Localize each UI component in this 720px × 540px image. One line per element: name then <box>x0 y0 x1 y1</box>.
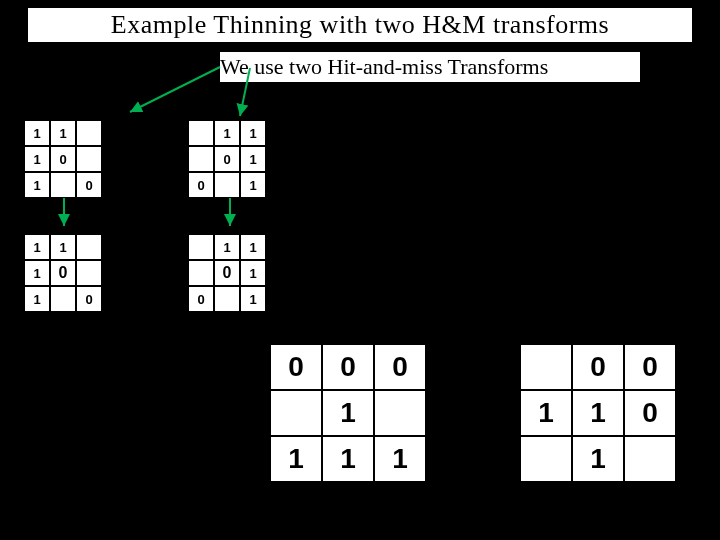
cell: 0 <box>76 286 102 312</box>
cell: 0 <box>214 146 240 172</box>
cell <box>270 390 322 436</box>
arrow-g1-to-g3 <box>56 198 76 238</box>
slide-title: Example Thinning with two H&M transforms <box>111 10 609 40</box>
hm-grid-2: 1 1 0 1 0 1 <box>188 120 266 198</box>
cell: 1 <box>322 390 374 436</box>
cell: 1 <box>24 286 50 312</box>
cell: 0 <box>624 344 676 390</box>
cell: 0 <box>76 172 102 198</box>
cell: 0 <box>374 344 426 390</box>
cell: 1 <box>240 234 266 260</box>
cell: 1 <box>520 390 572 436</box>
cell <box>624 436 676 482</box>
cell: 1 <box>240 120 266 146</box>
cell <box>188 260 214 286</box>
cell <box>76 234 102 260</box>
cell: 0 <box>188 286 214 312</box>
cell-value: 0 <box>59 264 68 282</box>
cell <box>188 146 214 172</box>
cell: 0 <box>188 172 214 198</box>
cell: 0 <box>322 344 374 390</box>
cell: 1 <box>240 172 266 198</box>
structuring-element-2: 0 0 1 1 0 1 <box>520 344 676 482</box>
cell: 1 <box>24 120 50 146</box>
cell: 1 <box>24 146 50 172</box>
cell <box>520 344 572 390</box>
cell <box>76 260 102 286</box>
cell <box>214 286 240 312</box>
cell <box>214 172 240 198</box>
cell: 0 <box>50 260 76 286</box>
cell: 1 <box>50 120 76 146</box>
cell: 1 <box>214 234 240 260</box>
cell <box>76 120 102 146</box>
cell: 0 <box>270 344 322 390</box>
cell: 0 <box>214 260 240 286</box>
cell: 0 <box>624 390 676 436</box>
arrow-to-grid-2 <box>220 68 280 127</box>
cell <box>520 436 572 482</box>
cell <box>50 172 76 198</box>
cell: 0 <box>50 146 76 172</box>
cell: 1 <box>240 260 266 286</box>
cell-value: 0 <box>223 264 232 282</box>
cell: 1 <box>214 120 240 146</box>
arrow-g2-to-g4 <box>222 198 242 238</box>
svg-line-0 <box>130 67 220 112</box>
cell: 1 <box>24 234 50 260</box>
cell: 1 <box>270 436 322 482</box>
cell: 1 <box>24 260 50 286</box>
slide-title-box: Example Thinning with two H&M transforms <box>28 8 692 44</box>
cell: 1 <box>374 436 426 482</box>
cell: 1 <box>322 436 374 482</box>
cell <box>50 286 76 312</box>
cell: 1 <box>240 146 266 172</box>
slide-subtitle-box: We use two Hit-and-miss Transforms <box>220 52 640 82</box>
svg-line-1 <box>240 68 250 116</box>
cell <box>76 146 102 172</box>
cell: 0 <box>572 344 624 390</box>
cell: 1 <box>572 390 624 436</box>
hm-grid-4: 1 1 0 1 0 1 <box>188 234 266 312</box>
cell: 1 <box>572 436 624 482</box>
cell: 1 <box>50 234 76 260</box>
cell <box>188 120 214 146</box>
cell <box>374 390 426 436</box>
hm-grid-3: 1 1 1 0 1 0 <box>24 234 102 312</box>
hm-grid-1: 1 1 1 0 1 0 <box>24 120 102 198</box>
structuring-element-1: 0 0 0 1 1 1 1 <box>270 344 426 482</box>
cell <box>188 234 214 260</box>
cell: 1 <box>240 286 266 312</box>
cell: 1 <box>24 172 50 198</box>
